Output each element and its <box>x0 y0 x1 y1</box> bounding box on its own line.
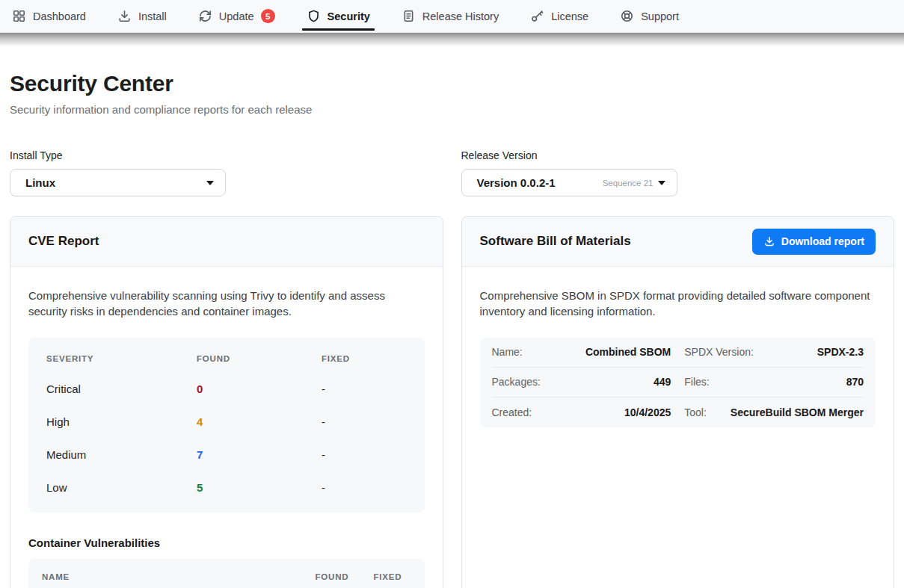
page-subtitle: Security information and compliance repo… <box>10 103 894 116</box>
nav-item-dashboard[interactable]: Dashboard <box>12 0 86 32</box>
nav-label: Release History <box>422 10 499 22</box>
table-row-medium: Medium 7 - <box>28 439 425 471</box>
support-lifebuoy-icon <box>620 9 634 23</box>
release-version-value: Version 0.0.2-1 <box>477 176 556 189</box>
severity-fixed-count: - <box>322 383 407 395</box>
col-name: NAME <box>42 572 304 581</box>
chevron-down-icon <box>206 181 214 185</box>
nav-item-install[interactable]: Install <box>117 0 167 32</box>
chevron-down-icon <box>658 181 665 185</box>
severity-fixed-count: - <box>322 415 407 428</box>
col-found: FOUND <box>316 572 362 581</box>
dashboard-grid-icon <box>12 9 26 23</box>
sbom-row: Packages: 449 Files: 870 <box>492 368 864 397</box>
update-count-badge: 5 <box>261 9 275 23</box>
sbom-row: Name: Combined SBOM SPDX Version: SPDX-2… <box>492 338 864 368</box>
severity-name: Medium <box>46 448 197 461</box>
download-icon <box>763 235 775 247</box>
sbom-card: Software Bill of Materials Download repo… <box>461 216 895 588</box>
sequence-hint: Sequence 21 <box>603 179 654 188</box>
install-type-value: Linux <box>25 176 55 189</box>
sbom-field-value: 10/4/2025 <box>624 406 671 418</box>
sbom-field-value: Combined SBOM <box>585 346 671 358</box>
sbom-field-label: Name: <box>492 346 523 358</box>
severity-found-count: 0 <box>197 383 322 395</box>
sbom-field-value: 449 <box>654 376 671 388</box>
col-found: FOUND <box>197 354 322 363</box>
cve-report-card: CVE Report Comprehensive vulnerability s… <box>10 216 443 588</box>
nav-label: Security <box>328 10 370 22</box>
container-vulnerabilities-header: NAME FOUND FIXED <box>28 559 425 588</box>
sbom-field-label: Files: <box>684 376 709 388</box>
sbom-row: Created: 10/4/2025 Tool: SecureBuild SBO… <box>492 397 864 427</box>
col-severity: SEVERITY <box>46 354 197 363</box>
release-history-document-icon <box>402 9 416 23</box>
nav-item-release-history[interactable]: Release History <box>402 0 499 32</box>
cve-report-title: CVE Report <box>28 234 99 249</box>
sbom-field-value: 870 <box>846 376 864 388</box>
install-type-filter: Install Type Linux <box>10 149 443 196</box>
container-vulnerabilities-title: Container Vulnerabilities <box>28 536 425 549</box>
sbom-header: Software Bill of Materials Download repo… <box>462 217 894 267</box>
severity-table: SEVERITY FOUND FIXED Critical 0 - High 4… <box>28 338 425 513</box>
sbom-title: Software Bill of Materials <box>480 234 631 249</box>
severity-found-count: 7 <box>197 448 322 461</box>
page-title: Security Center <box>10 71 894 96</box>
nav-scroll-shadow <box>0 33 904 46</box>
sbom-field-value: SecureBuild SBOM Merger <box>731 406 864 418</box>
nav-item-security[interactable]: Security <box>307 0 370 32</box>
top-navigation: Dashboard Install Update 5 Security Rele… <box>0 0 904 33</box>
col-fixed: FIXED <box>374 572 411 581</box>
table-row-high: High 4 - <box>28 406 425 439</box>
release-version-filter: Release Version Version 0.0.2-1 Sequence… <box>461 149 895 196</box>
nav-label: Install <box>138 10 167 22</box>
security-center-page: Security Center Security information and… <box>0 71 904 588</box>
sbom-info-box: Name: Combined SBOM SPDX Version: SPDX-2… <box>480 338 876 427</box>
sbom-field-value: SPDX-2.3 <box>817 346 864 358</box>
cve-report-description: Comprehensive vulnerability scanning usi… <box>28 288 425 320</box>
severity-name: Critical <box>46 383 197 395</box>
severity-name: Low <box>46 481 197 494</box>
nav-item-update[interactable]: Update 5 <box>198 0 275 32</box>
nav-item-license[interactable]: License <box>530 0 588 32</box>
severity-found-count: 4 <box>197 415 322 428</box>
install-type-select[interactable]: Linux <box>10 169 226 196</box>
cards-row: CVE Report Comprehensive vulnerability s… <box>10 216 894 588</box>
filters-row: Install Type Linux Release Version Versi… <box>10 149 894 196</box>
install-download-icon <box>117 9 132 23</box>
sbom-field-label: SPDX Version: <box>684 346 754 358</box>
nav-label: Update <box>219 10 254 22</box>
release-version-label: Release Version <box>461 149 895 161</box>
severity-fixed-count: - <box>322 481 407 494</box>
cve-report-header: CVE Report <box>10 217 443 267</box>
security-shield-icon <box>307 9 321 23</box>
nav-label: License <box>551 10 588 22</box>
severity-found-count: 5 <box>197 481 322 494</box>
update-refresh-icon <box>198 9 212 23</box>
license-key-icon <box>530 9 544 23</box>
sbom-description: Comprehensive SBOM in SPDX format provid… <box>480 288 876 320</box>
download-report-label: Download report <box>781 235 864 247</box>
nav-item-support[interactable]: Support <box>620 0 679 32</box>
severity-fixed-count: - <box>322 448 407 461</box>
severity-name: High <box>46 415 197 428</box>
install-type-label: Install Type <box>10 149 443 161</box>
nav-label: Support <box>641 10 679 22</box>
sbom-field-label: Created: <box>492 406 532 418</box>
nav-label: Dashboard <box>33 10 86 22</box>
severity-table-header: SEVERITY FOUND FIXED <box>28 344 425 373</box>
sbom-field-label: Packages: <box>492 376 541 388</box>
release-version-select[interactable]: Version 0.0.2-1 Sequence 21 <box>461 169 677 196</box>
download-report-button[interactable]: Download report <box>752 229 876 255</box>
col-fixed: FIXED <box>322 354 407 363</box>
table-row-low: Low 5 - <box>28 471 425 504</box>
sbom-field-label: Tool: <box>684 406 707 418</box>
table-row-critical: Critical 0 - <box>28 373 425 406</box>
